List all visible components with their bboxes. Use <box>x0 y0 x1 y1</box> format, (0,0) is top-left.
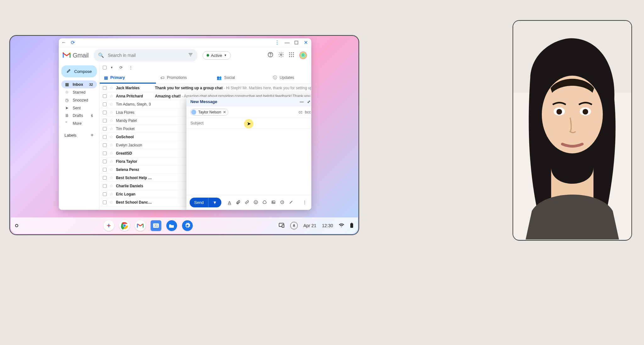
sidebar-item-inbox[interactable]: ▦ Inbox 32 <box>61 80 97 88</box>
svg-point-13 <box>254 200 258 204</box>
sidebar-item-more[interactable]: ˅ More <box>61 119 97 127</box>
remove-chip-icon[interactable]: ✕ <box>223 110 226 114</box>
select-all-checkbox[interactable] <box>103 66 107 69</box>
row-checkbox[interactable] <box>103 119 107 123</box>
apps-grid-icon[interactable] <box>289 52 294 59</box>
tune-icon[interactable] <box>188 52 193 58</box>
row-checkbox[interactable] <box>103 135 107 139</box>
tab-updates[interactable]: ⓘUpdates <box>269 72 311 84</box>
star-icon[interactable]: ☆ <box>109 167 113 172</box>
bcc-button[interactable]: bcc <box>305 110 311 114</box>
row-checkbox[interactable] <box>103 143 107 147</box>
gear-icon[interactable] <box>278 52 284 59</box>
shelf-time[interactable]: 12:30 <box>322 223 333 228</box>
row-checkbox[interactable] <box>103 111 107 114</box>
screencast-icon[interactable] <box>278 222 285 229</box>
calendar-app-icon[interactable]: 31 <box>151 220 161 231</box>
star-icon[interactable]: ☆ <box>109 143 113 147</box>
labels-header-text: Labels <box>64 133 76 138</box>
gmail-app-icon[interactable] <box>135 220 146 231</box>
star-icon[interactable]: ☆ <box>109 102 113 107</box>
launcher-icon[interactable] <box>15 224 18 227</box>
email-row[interactable]: ☆ Jack Marbles Thank you for setting up … <box>100 84 311 92</box>
star-icon[interactable]: ☆ <box>109 85 113 90</box>
account-avatar[interactable]: R <box>299 51 308 60</box>
star-icon[interactable]: ☆ <box>109 192 113 196</box>
row-checkbox[interactable] <box>103 168 107 172</box>
search-box[interactable]: 🔍 <box>94 49 197 62</box>
close-window-icon[interactable]: ✕ <box>303 40 309 46</box>
discard-icon[interactable] <box>310 200 311 205</box>
more-icon[interactable]: ⋮ <box>129 65 133 70</box>
more-vert-icon[interactable]: ⋮ <box>275 40 280 46</box>
image-icon[interactable] <box>270 200 277 205</box>
back-icon[interactable]: ← <box>61 40 66 46</box>
files-app-icon[interactable] <box>166 220 177 231</box>
status-chip[interactable]: Active ▼ <box>203 51 231 60</box>
minimize-icon[interactable]: — <box>284 40 290 46</box>
chevron-down-icon[interactable]: ▼ <box>110 66 113 69</box>
row-checkbox[interactable] <box>103 176 107 180</box>
star-icon[interactable]: ☆ <box>109 126 113 131</box>
row-checkbox[interactable] <box>103 184 107 188</box>
send-button[interactable]: Send ▼ <box>190 198 221 207</box>
plus-icon[interactable]: + <box>91 132 93 138</box>
star-icon[interactable]: ☆ <box>109 134 113 139</box>
refresh-icon[interactable]: ⟳ <box>119 65 123 70</box>
row-checkbox[interactable] <box>103 94 107 98</box>
emoji-icon[interactable] <box>252 200 260 205</box>
star-icon[interactable]: ☆ <box>109 94 113 98</box>
star-icon[interactable]: ☆ <box>109 118 113 123</box>
pen-icon[interactable] <box>287 200 295 205</box>
row-checkbox[interactable] <box>103 160 107 163</box>
star-icon[interactable]: ☆ <box>109 183 113 188</box>
drive-icon[interactable] <box>261 200 269 205</box>
settings-app-icon[interactable] <box>182 220 193 231</box>
wifi-icon[interactable] <box>339 223 344 228</box>
inbox-tabs: ▤Primary🏷Promotions👥SocialⓘUpdates <box>100 72 311 84</box>
shelf-date[interactable]: Apr 21 <box>303 223 316 228</box>
reload-icon[interactable]: ⟳ <box>71 40 75 46</box>
star-icon[interactable]: ☆ <box>109 110 113 115</box>
more-options-icon[interactable]: ⋮ <box>301 200 308 205</box>
minimize-icon[interactable]: — <box>300 100 303 104</box>
confidential-icon[interactable] <box>279 200 286 205</box>
sidebar-item-snoozed[interactable]: ◷ Snoozed <box>61 96 97 104</box>
row-checkbox[interactable] <box>103 86 107 90</box>
sidebar-item-starred[interactable]: ☆ Starred <box>61 88 97 96</box>
cc-button[interactable]: cc <box>299 110 303 114</box>
row-checkbox[interactable] <box>103 192 107 196</box>
compose-to-row[interactable]: Taylor Nelson ✕ cc bcc <box>186 107 311 118</box>
tab-promotions[interactable]: 🏷Promotions <box>156 72 212 84</box>
battery-icon[interactable] <box>350 222 353 229</box>
star-icon[interactable]: ☆ <box>109 159 113 164</box>
tab-primary[interactable]: ▤Primary <box>100 72 156 84</box>
row-checkbox[interactable] <box>103 151 107 155</box>
sidebar-item-drafts[interactable]: 🗎 Drafts 6 <box>61 112 97 119</box>
star-icon[interactable]: ☆ <box>109 151 113 156</box>
assistant-icon[interactable] <box>103 220 114 231</box>
expand-icon[interactable]: ⤢ <box>307 100 310 104</box>
row-checkbox[interactable] <box>103 102 107 106</box>
help-icon[interactable] <box>267 52 274 59</box>
mic-icon[interactable] <box>290 222 298 229</box>
recipient-chip[interactable]: Taylor Nelson ✕ <box>190 109 228 116</box>
sidebar-item-sent[interactable]: ➤ Sent <box>61 104 97 112</box>
compose-button[interactable]: Compose <box>61 65 97 77</box>
maximize-icon[interactable] <box>295 41 298 44</box>
search-input[interactable] <box>108 53 184 58</box>
star-icon[interactable]: ☆ <box>109 175 113 180</box>
row-checkbox[interactable] <box>103 127 107 131</box>
compose-body[interactable] <box>186 129 311 195</box>
send-options-icon[interactable]: ▼ <box>208 198 221 207</box>
link-icon[interactable] <box>243 200 251 205</box>
attach-icon[interactable] <box>235 200 242 205</box>
tab-label: Promotions <box>167 75 187 80</box>
tab-social[interactable]: 👥Social <box>212 72 269 84</box>
subject-input[interactable] <box>186 118 311 129</box>
star-icon[interactable]: ☆ <box>109 200 113 205</box>
row-checkbox[interactable] <box>103 200 107 204</box>
format-icon[interactable]: A <box>226 200 233 205</box>
compose-header[interactable]: New Message — ⤢ ✕ <box>186 97 311 107</box>
chrome-icon[interactable] <box>119 220 130 231</box>
